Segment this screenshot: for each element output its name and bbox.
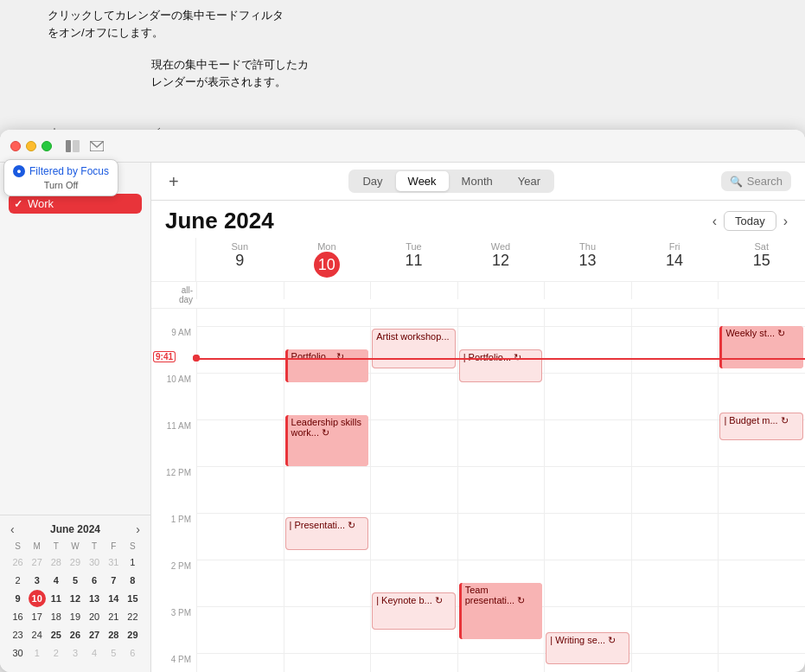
mini-cal-day-4-next[interactable]: 4: [86, 644, 103, 662]
time-cell-sat-15[interactable]: [718, 606, 805, 653]
mini-cal-day-9[interactable]: 9: [10, 590, 27, 607]
time-cell-wed-12[interactable]: [457, 466, 545, 513]
mini-cal-day-12[interactable]: 12: [67, 590, 84, 607]
time-cell-mon-8[interactable]: [284, 309, 371, 326]
mini-cal-day-29-prev[interactable]: 29: [67, 554, 84, 571]
mini-cal-prev-button[interactable]: ‹: [9, 522, 16, 536]
mini-cal-day-28-prev[interactable]: 28: [48, 554, 65, 571]
time-cell-thu-13[interactable]: [544, 513, 631, 560]
mini-cal-day-23[interactable]: 23: [10, 626, 27, 643]
time-cell-thu-11[interactable]: [544, 419, 631, 466]
time-cell-fri-8[interactable]: [631, 309, 719, 326]
allday-cell-wed[interactable]: [457, 282, 545, 299]
time-cell-mon-12[interactable]: [284, 466, 371, 513]
time-grid[interactable]: 6 AM 7 AM: [151, 309, 805, 672]
time-cell-fri-14[interactable]: [631, 560, 719, 606]
time-cell-sun-14[interactable]: [196, 560, 284, 606]
event-portfolio-wed[interactable]: | Portfolio... ↻: [459, 349, 543, 382]
time-cell-tue-13[interactable]: [370, 513, 457, 560]
event-keynote-b[interactable]: | Keynote b... ↻: [372, 592, 456, 630]
maximize-button[interactable]: [42, 141, 52, 151]
time-cell-thu-8[interactable]: [544, 309, 631, 326]
mini-cal-day-10-today[interactable]: 10: [29, 590, 46, 607]
time-cell-thu-10[interactable]: [544, 373, 631, 419]
mini-cal-day-30-prev[interactable]: 30: [86, 554, 103, 571]
time-cell-thu-14[interactable]: [544, 560, 631, 606]
time-cell-tue-12[interactable]: [370, 466, 457, 513]
time-cell-tue-16[interactable]: [370, 653, 457, 672]
allday-cell-mon[interactable]: [284, 282, 371, 299]
time-cell-tue-11[interactable]: [370, 419, 457, 466]
time-cell-sat-14[interactable]: [718, 560, 805, 606]
mini-cal-day-21[interactable]: 21: [105, 608, 122, 625]
event-writing-se[interactable]: | Writing se... ↻: [546, 632, 629, 665]
mini-cal-next-button[interactable]: ›: [134, 522, 142, 536]
day-header-sun[interactable]: Sun 9: [196, 238, 284, 281]
next-week-button[interactable]: ›: [780, 212, 791, 231]
time-cell-wed-16[interactable]: [457, 653, 545, 672]
tab-week[interactable]: Week: [396, 171, 449, 191]
time-cell-fri-11[interactable]: [631, 419, 719, 466]
sidebar-item-work[interactable]: ✓ Work: [9, 194, 142, 214]
time-cell-sun-11[interactable]: [196, 419, 284, 466]
time-cell-sun-9[interactable]: [196, 326, 284, 373]
time-cell-fri-9[interactable]: [631, 326, 719, 373]
time-cell-fri-10[interactable]: [631, 373, 719, 419]
mini-cal-day-26-prev[interactable]: 26: [10, 554, 27, 571]
day-header-mon[interactable]: Mon 10: [284, 238, 371, 281]
prev-week-button[interactable]: ‹: [709, 212, 720, 231]
event-team-presentati[interactable]: Team presentati... ↻: [459, 583, 543, 639]
time-cell-thu-12[interactable]: [544, 466, 631, 513]
event-portfolio-mon[interactable]: Portfolio... ↻: [285, 349, 369, 382]
mini-cal-day-19[interactable]: 19: [67, 608, 84, 625]
mini-cal-day-20[interactable]: 20: [86, 608, 103, 625]
mini-cal-day-4[interactable]: 4: [48, 572, 65, 589]
time-cell-sun-15[interactable]: [196, 606, 284, 653]
mini-cal-day-18[interactable]: 18: [48, 608, 65, 625]
time-cell-fri-16[interactable]: [631, 653, 719, 672]
time-cell-wed-8[interactable]: [457, 309, 545, 326]
day-header-fri[interactable]: Fri 14: [631, 238, 719, 281]
time-cell-sun-10[interactable]: [196, 373, 284, 419]
mini-cal-day-24[interactable]: 24: [29, 626, 46, 643]
mini-cal-day-25[interactable]: 25: [48, 626, 65, 643]
mini-cal-day-13[interactable]: 13: [86, 590, 103, 607]
time-cell-sun-8[interactable]: [196, 309, 284, 326]
mini-cal-day-17[interactable]: 17: [29, 608, 46, 625]
mini-cal-day-22[interactable]: 22: [124, 608, 141, 625]
calendar-sidebar-icon[interactable]: [66, 139, 80, 153]
time-cell-mon-16[interactable]: [284, 653, 371, 672]
allday-cell-thu[interactable]: [544, 282, 631, 299]
tab-day[interactable]: Day: [350, 171, 394, 191]
time-cell-wed-11[interactable]: [457, 419, 545, 466]
mini-cal-day-14[interactable]: 14: [105, 590, 122, 607]
allday-cell-tue[interactable]: [370, 282, 457, 299]
close-button[interactable]: [10, 141, 21, 151]
mini-cal-day-6-next[interactable]: 6: [124, 644, 141, 662]
time-cell-sat-16[interactable]: [718, 653, 805, 672]
time-cell-fri-12[interactable]: [631, 466, 719, 513]
mini-cal-day-16[interactable]: 16: [10, 608, 27, 625]
mini-cal-day-11[interactable]: 11: [48, 590, 65, 607]
mini-cal-day-7[interactable]: 7: [105, 572, 122, 589]
mini-cal-day-6[interactable]: 6: [86, 572, 103, 589]
search-bar[interactable]: 🔍 Search: [721, 171, 791, 191]
add-event-button[interactable]: +: [165, 173, 182, 190]
mini-cal-day-8[interactable]: 8: [124, 572, 141, 589]
mini-cal-day-31-prev[interactable]: 31: [105, 554, 122, 571]
allday-cell-fri[interactable]: [631, 282, 719, 299]
mini-cal-day-2[interactable]: 2: [10, 572, 27, 589]
mini-cal-day-1[interactable]: 1: [124, 554, 141, 571]
day-header-thu[interactable]: Thu 13: [544, 238, 631, 281]
mail-icon[interactable]: [90, 139, 104, 153]
minimize-button[interactable]: [26, 141, 36, 151]
mini-cal-day-26[interactable]: 26: [67, 626, 84, 643]
time-cell-sat-12[interactable]: [718, 466, 805, 513]
event-weekly-st[interactable]: Weekly st... ↻: [719, 326, 803, 368]
event-artist-workshop[interactable]: Artist workshop...: [372, 329, 456, 368]
event-leadership[interactable]: Leadership skills work... ↻: [285, 415, 369, 466]
mini-cal-day-5-next[interactable]: 5: [105, 644, 122, 662]
focus-popup[interactable]: ● Filtered by Focus Turn Off: [3, 159, 118, 196]
tab-month[interactable]: Month: [450, 171, 505, 191]
time-cell-fri-13[interactable]: [631, 513, 719, 560]
